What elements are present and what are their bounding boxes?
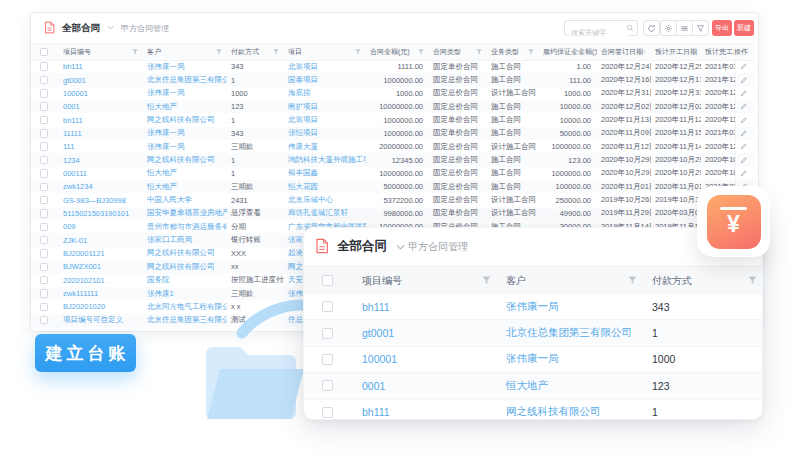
select-all-checkbox[interactable]	[304, 275, 350, 286]
row-checkbox[interactable]	[31, 129, 57, 138]
row-checkbox[interactable]	[31, 303, 57, 312]
checkbox[interactable]	[322, 407, 333, 418]
checkbox[interactable]	[40, 263, 49, 272]
cell-customer[interactable]: 张伟康一局	[143, 88, 227, 98]
checkbox[interactable]	[40, 289, 49, 298]
edit-button[interactable]	[735, 100, 750, 113]
chevron-down-icon[interactable]	[396, 244, 405, 250]
cell-project[interactable]: 海底捞	[284, 88, 366, 98]
cell-id[interactable]: 100001	[57, 89, 143, 98]
checkbox[interactable]	[322, 301, 333, 312]
checkbox[interactable]	[40, 249, 49, 258]
checkbox[interactable]	[40, 169, 49, 178]
column-header[interactable]: 业务类型	[487, 47, 539, 57]
search-icon[interactable]	[626, 24, 634, 32]
cell-id[interactable]: GS-983—BJ30998	[57, 196, 143, 205]
cell-id[interactable]: 009	[57, 222, 143, 231]
cell-id[interactable]: BJWZX001	[57, 262, 143, 271]
chevron-down-icon[interactable]	[107, 25, 114, 30]
edit-button[interactable]	[735, 140, 750, 153]
checkbox[interactable]	[40, 156, 49, 165]
column-header[interactable]: 项目编号	[57, 47, 143, 57]
cell-id[interactable]: bh111	[57, 116, 143, 125]
edit-button[interactable]	[735, 127, 750, 140]
checkbox[interactable]	[40, 209, 49, 218]
cell-customer[interactable]: 恒大地产	[496, 379, 642, 393]
row-checkbox[interactable]	[31, 236, 57, 245]
row-checkbox[interactable]	[31, 169, 57, 178]
cell-id[interactable]: 5115021503190101	[57, 209, 143, 218]
row-checkbox[interactable]	[31, 196, 57, 205]
row-checkbox[interactable]	[31, 102, 57, 111]
cell-id[interactable]: bh111	[350, 301, 496, 313]
row-checkbox[interactable]	[304, 380, 350, 391]
column-header[interactable]: 付款方式	[642, 274, 762, 288]
cell-customer[interactable]: 张伟康一局	[143, 142, 227, 152]
column-header[interactable]: 付款方式	[227, 47, 284, 57]
cell-customer[interactable]: 张伟康一局	[143, 128, 227, 138]
cell-customer[interactable]: 张伟康一局	[496, 300, 642, 314]
cell-customer[interactable]: 网之线科技有限公司	[496, 405, 642, 419]
row-checkbox[interactable]	[31, 276, 57, 285]
cell-customer[interactable]: 国安华夏幸福基业房地产...	[143, 208, 227, 218]
column-header[interactable]: 合同类型	[429, 47, 487, 57]
create-button[interactable]: 新建	[734, 20, 754, 36]
cell-project[interactable]: 北装项目	[284, 62, 366, 72]
cell-project[interactable]: 鸿鹄科技大厦外墙施工项目	[284, 155, 366, 165]
column-header[interactable]: 项目	[284, 47, 366, 57]
row-checkbox[interactable]	[31, 263, 57, 272]
cell-id[interactable]: 1234	[57, 156, 143, 165]
edit-button[interactable]	[735, 153, 750, 166]
row-checkbox[interactable]	[31, 183, 57, 192]
cell-project[interactable]: 张恒项目	[284, 128, 366, 138]
checkbox[interactable]	[322, 380, 333, 391]
cell-id[interactable]: 100001	[350, 353, 496, 365]
checkbox[interactable]	[322, 354, 333, 365]
filter-button[interactable]	[692, 20, 709, 36]
row-checkbox[interactable]	[31, 156, 57, 165]
cell-project[interactable]: 恒大花园	[284, 182, 366, 192]
checkbox[interactable]	[322, 275, 333, 286]
edit-button[interactable]	[735, 60, 750, 73]
checkbox[interactable]	[40, 183, 49, 192]
cell-project[interactable]: 北京乐城中心	[284, 195, 366, 205]
checkbox[interactable]	[40, 196, 49, 205]
cell-id[interactable]: bh111	[57, 62, 143, 71]
cell-id[interactable]: BJ20201020	[57, 302, 143, 311]
checkbox[interactable]	[40, 89, 49, 98]
cell-project[interactable]: 南扩项目	[284, 102, 366, 112]
cell-project[interactable]: 北装项目	[284, 115, 366, 125]
checkbox[interactable]	[40, 142, 49, 151]
cell-project[interactable]: 廊坊孔雀城汇景轩	[284, 208, 366, 218]
cell-id[interactable]: zwk111111	[57, 289, 143, 298]
cell-customer[interactable]: 中国人民大学	[143, 195, 227, 205]
column-header[interactable]: 预计开工日期	[651, 47, 701, 57]
cell-customer[interactable]: 网之线科技有限公司	[143, 115, 227, 125]
cell-customer[interactable]: 网之线科技有限公司	[143, 155, 227, 165]
checkbox[interactable]	[40, 303, 49, 312]
cell-id[interactable]: BJ20001121	[57, 249, 143, 258]
checkbox[interactable]	[40, 116, 49, 125]
select-all-checkbox[interactable]	[31, 48, 57, 57]
checkbox[interactable]	[40, 276, 49, 285]
checkbox[interactable]	[40, 102, 49, 111]
row-checkbox[interactable]	[304, 407, 350, 418]
cell-customer[interactable]: 张伟康一局	[496, 352, 642, 366]
cell-customer[interactable]: 恒大地产	[143, 182, 227, 192]
row-checkbox[interactable]	[31, 89, 57, 98]
checkbox[interactable]	[40, 48, 49, 57]
row-checkbox[interactable]	[31, 209, 57, 218]
edit-button[interactable]	[735, 87, 750, 100]
checkbox[interactable]	[40, 316, 49, 325]
column-header[interactable]: 客户	[143, 47, 227, 57]
checkbox[interactable]	[40, 223, 49, 232]
cell-project[interactable]: 伟康大厦	[284, 142, 366, 152]
cell-id[interactable]: gt0001	[57, 76, 143, 85]
cell-customer[interactable]: 张伟康一局	[143, 62, 227, 72]
export-button[interactable]: 导出	[712, 20, 732, 36]
cell-id[interactable]: 11111	[57, 129, 143, 138]
row-checkbox[interactable]	[304, 301, 350, 312]
cell-customer[interactable]: 北京住总集团第三有限公司	[143, 75, 227, 85]
cell-customer[interactable]: 张家口工商局	[143, 235, 227, 245]
columns-button[interactable]	[676, 20, 693, 36]
